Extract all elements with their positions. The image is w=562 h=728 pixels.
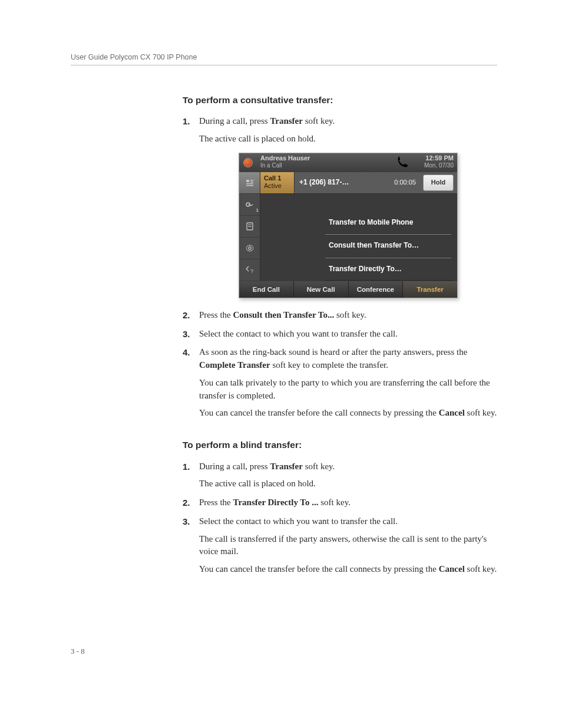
transfer-menu: Transfer to Mobile Phone Consult then Tr… bbox=[325, 212, 451, 281]
step-text: During a call, press Transfer soft key. bbox=[199, 462, 335, 471]
menu-transfer-directly[interactable]: Transfer Directly To… bbox=[325, 258, 451, 281]
gear-icon bbox=[245, 243, 254, 253]
step-number: 1. bbox=[183, 460, 190, 473]
sidebar-contacts[interactable] bbox=[239, 172, 260, 194]
step-text: As soon as the ring-back sound is heard … bbox=[199, 347, 467, 370]
running-header: User Guide Polycom CX 700 IP Phone bbox=[71, 53, 497, 65]
step-note: The active call is placed on hold. bbox=[199, 477, 497, 490]
svg-text:?: ? bbox=[250, 268, 253, 274]
section-heading-blind: To perform a blind transfer: bbox=[183, 439, 497, 452]
step-3: 3. Select the contact to which you want … bbox=[183, 515, 497, 576]
forward-icon[interactable] bbox=[394, 153, 411, 172]
step-text: Select the contact to which you want to … bbox=[199, 329, 398, 338]
phone-forward-icon bbox=[394, 154, 411, 172]
sidebar-settings[interactable] bbox=[239, 238, 260, 259]
step-1: 1. During a call, press Transfer soft ke… bbox=[183, 115, 497, 298]
svg-rect-8 bbox=[248, 226, 252, 227]
header-user-name: Andreas Hauser bbox=[260, 154, 390, 162]
step-number: 3. bbox=[183, 515, 190, 528]
call-label-line1: Call 1 bbox=[264, 174, 281, 182]
presence-indicator bbox=[239, 153, 257, 172]
call-label-line2: Active bbox=[264, 182, 282, 189]
sidebar-voicemail[interactable]: 1 bbox=[239, 194, 260, 216]
phone-ui: Andreas Hauser In a Call 12:59 PM Mon, 0… bbox=[239, 153, 458, 298]
phone-sidebar: 1 ? bbox=[239, 172, 260, 281]
call-row: Call 1 Active +1 (206) 817-… 0:00:05 Hol… bbox=[260, 172, 457, 194]
voicemail-icon bbox=[245, 200, 254, 209]
header-date: Mon, 07/30 bbox=[415, 162, 454, 169]
step-2: 2. Press the Consult then Transfer To...… bbox=[183, 309, 497, 322]
section-heading-consultative: To perform a consultative transfer: bbox=[183, 94, 497, 107]
menu-transfer-mobile[interactable]: Transfer to Mobile Phone bbox=[325, 212, 451, 234]
header-user: Andreas Hauser In a Call bbox=[257, 153, 394, 172]
softkey-transfer[interactable]: Transfer bbox=[403, 281, 457, 298]
header-user-status: In a Call bbox=[260, 162, 390, 169]
header-time: 12:59 PM bbox=[415, 154, 454, 162]
step-text: Press the Consult then Transfer To... so… bbox=[199, 310, 366, 319]
call-log-icon bbox=[245, 222, 254, 231]
softkey-bar: End Call New Call Conference Transfer bbox=[239, 281, 457, 298]
svg-rect-7 bbox=[248, 225, 252, 225]
svg-rect-0 bbox=[246, 180, 249, 182]
help-icon: ? bbox=[245, 265, 254, 275]
svg-rect-2 bbox=[250, 182, 253, 183]
contacts-icon bbox=[245, 178, 254, 187]
step-number: 2. bbox=[183, 309, 190, 322]
step-number: 1. bbox=[183, 115, 190, 128]
step-3: 3. Select the contact to which you want … bbox=[183, 328, 497, 341]
step-text: Select the contact to which you want to … bbox=[199, 516, 398, 526]
step-note: You can cancel the transfer before the c… bbox=[199, 563, 497, 576]
phone-main: Call 1 Active +1 (206) 817-… 0:00:05 Hol… bbox=[260, 172, 457, 281]
step-number: 3. bbox=[183, 328, 190, 341]
step-note: The active call is placed on hold. bbox=[199, 133, 497, 146]
sidebar-call-log[interactable] bbox=[239, 216, 260, 238]
step-text: During a call, press Transfer soft key. bbox=[199, 116, 335, 126]
step-2: 2. Press the Transfer Directly To ... so… bbox=[183, 496, 497, 509]
step-1: 1. During a call, press Transfer soft ke… bbox=[183, 460, 497, 491]
svg-point-9 bbox=[248, 247, 250, 249]
page-number: 3 - 8 bbox=[71, 647, 497, 656]
phone-header-bar: Andreas Hauser In a Call 12:59 PM Mon, 0… bbox=[239, 153, 457, 172]
presence-dot-icon bbox=[243, 158, 253, 167]
step-note: The call is transferred if the party ans… bbox=[199, 533, 497, 559]
voicemail-badge: 1 bbox=[256, 207, 259, 214]
step-4: 4. As soon as the ring-back sound is hea… bbox=[183, 346, 497, 420]
svg-rect-1 bbox=[250, 180, 253, 181]
document-body: To perform a consultative transfer: 1. D… bbox=[183, 94, 497, 576]
svg-rect-3 bbox=[246, 183, 253, 185]
softkey-end-call[interactable]: End Call bbox=[239, 281, 294, 298]
softkey-conference[interactable]: Conference bbox=[349, 281, 404, 298]
call-label[interactable]: Call 1 Active bbox=[260, 172, 295, 193]
step-number: 2. bbox=[183, 496, 190, 509]
call-number: +1 (206) 817-… bbox=[295, 177, 391, 187]
menu-consult-transfer[interactable]: Consult then Transfer To… bbox=[325, 234, 451, 257]
sidebar-help[interactable]: ? bbox=[239, 259, 260, 281]
step-number: 4. bbox=[183, 346, 190, 359]
call-timer: 0:00:05 bbox=[391, 178, 419, 187]
softkey-new-call[interactable]: New Call bbox=[294, 281, 349, 298]
step-note: You can talk privately to the party to w… bbox=[199, 377, 497, 403]
hold-button[interactable]: Hold bbox=[423, 174, 454, 191]
step-note: You can cancel the transfer before the c… bbox=[199, 407, 497, 420]
svg-rect-4 bbox=[246, 185, 253, 186]
header-clock: 12:59 PM Mon, 07/30 bbox=[411, 153, 457, 172]
step-text: Press the Transfer Directly To ... soft … bbox=[199, 498, 351, 507]
